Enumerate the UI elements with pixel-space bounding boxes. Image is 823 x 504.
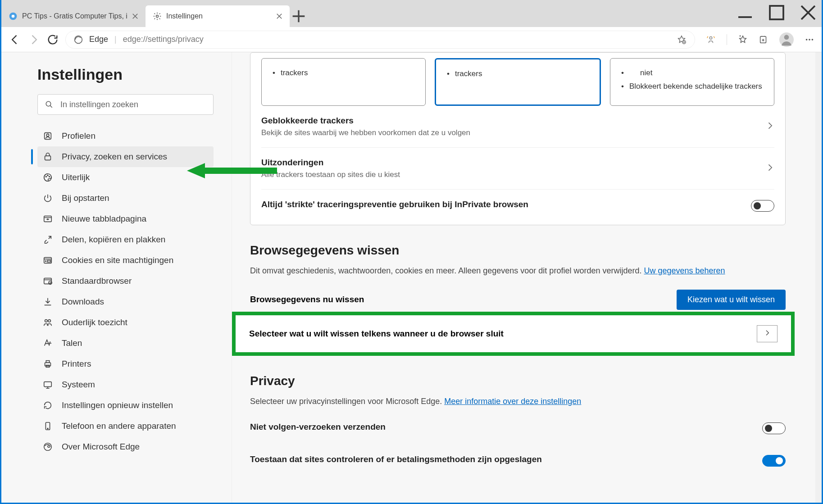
newtab-icon — [43, 214, 53, 224]
svg-point-8 — [784, 35, 789, 40]
chevron-right-icon — [765, 121, 774, 132]
url-bar[interactable]: Edge | edge://settings/privacy — [65, 31, 695, 49]
sidebar-item-label: Instellingen opnieuw instellen — [62, 400, 173, 410]
track-card-balanced[interactable]: trackers — [435, 58, 601, 106]
svg-rect-23 — [47, 260, 50, 262]
toggle-payment-check[interactable] — [762, 455, 786, 467]
clear-now-row: Browsegegevens nu wissen Kiezen wat u wi… — [250, 290, 786, 310]
row-title: Altijd 'strikte' traceringspreventie geb… — [261, 200, 751, 209]
tracking-cards: trackers trackers niet Blokkeert bekende… — [261, 58, 774, 106]
separator: | — [114, 35, 117, 44]
row-title: Geblokkeerde trackers — [261, 116, 765, 126]
new-tab-button[interactable] — [290, 5, 308, 27]
close-window-button[interactable] — [799, 4, 817, 23]
clear-data-heading: Browsegegevens wissen — [250, 243, 786, 258]
svg-point-27 — [48, 320, 51, 322]
sidebar-item-label: Uiterlijk — [62, 173, 90, 182]
sidebar-item-privacy[interactable]: Privacy, zoeken en services — [37, 146, 214, 167]
titlebar: PC Tips - Gratis Computer Tips, i Instel… — [1, 0, 822, 27]
close-icon[interactable] — [132, 13, 138, 19]
sidebar-item-phone[interactable]: Telefoon en andere apparaten — [37, 416, 214, 436]
sidebar-item-reset[interactable]: Instellingen opnieuw instellen — [37, 395, 214, 416]
toggle-dnt[interactable] — [762, 422, 786, 434]
settings-search[interactable]: In instellingen zoeken — [37, 94, 214, 115]
sidebar-item-printers[interactable]: Printers — [37, 354, 214, 374]
tab-pctips[interactable]: PC Tips - Gratis Computer Tips, i — [1, 5, 146, 27]
collections-icon[interactable] — [759, 35, 768, 45]
svg-point-9 — [806, 39, 808, 41]
appearance-icon — [43, 173, 53, 182]
svg-point-14 — [46, 134, 49, 136]
clear-data-desc: Dit omvat geschiedenis, wachtwoorden, co… — [250, 265, 786, 277]
sidebar-item-label: Cookies en site machtigingen — [62, 255, 173, 265]
svg-point-10 — [809, 39, 810, 41]
manage-data-link[interactable]: Uw gegevens beheren — [644, 266, 725, 275]
svg-point-22 — [45, 261, 46, 262]
svg-point-19 — [49, 176, 50, 177]
add-favorite-icon[interactable] — [677, 35, 687, 45]
addressbar: Edge | edge://settings/privacy — [1, 27, 822, 52]
sidebar-item-cookies[interactable]: Cookies en site machtigingen — [37, 250, 214, 271]
chevron-right-icon[interactable] — [757, 325, 778, 342]
lock-icon — [43, 152, 53, 162]
sidebar-item-label: Ouderlijk toezicht — [62, 318, 127, 327]
sidebar-item-appearance[interactable]: Uiterlijk — [37, 167, 214, 188]
chevron-right-icon — [765, 163, 774, 174]
scrollbar-thumb[interactable] — [815, 142, 822, 313]
payment-check-row: Toestaan dat sites controleren of er bet… — [250, 445, 786, 477]
share-icon — [43, 235, 53, 245]
more-menu-button[interactable] — [805, 35, 814, 45]
back-button[interactable] — [9, 33, 21, 46]
sidebar-item-profiles[interactable]: Profielen — [37, 126, 214, 146]
sidebar-item-label: Downloads — [62, 297, 104, 307]
system-icon — [43, 380, 53, 390]
divider — [727, 34, 727, 45]
privacy-heading: Privacy — [250, 374, 786, 388]
track-card-basic[interactable]: trackers — [261, 58, 426, 106]
sidebar-item-label: Standaardbrowser — [62, 276, 132, 286]
extension-icon[interactable] — [706, 35, 716, 45]
sidebar-item-label: Profielen — [62, 131, 95, 141]
row-title: Toestaan dat sites controleren of er bet… — [250, 454, 762, 464]
download-icon — [43, 297, 53, 307]
sidebar-item-startup[interactable]: Bij opstarten — [37, 188, 214, 209]
card-line: trackers — [455, 68, 482, 79]
sidebar-item-about[interactable]: Over Microsoft Edge — [37, 436, 214, 457]
sidebar-item-system[interactable]: Systeem — [37, 374, 214, 395]
privacy-desc-text: Selecteer uw privacyinstellingen voor Mi… — [250, 397, 444, 406]
sidebar-item-family[interactable]: Ouderlijk toezicht — [37, 312, 214, 333]
row-title: Uitzonderingen — [261, 158, 765, 168]
track-card-strict[interactable]: niet Blokkeert bekende schadelijke track… — [610, 58, 774, 106]
maximize-button[interactable] — [768, 4, 786, 23]
sidebar-item-newtab[interactable]: Nieuwe tabbladpagina — [37, 209, 214, 229]
svg-rect-15 — [45, 156, 51, 160]
printers-icon — [43, 359, 53, 369]
svg-point-12 — [46, 101, 51, 106]
toggle-strict-inprivate[interactable] — [751, 200, 774, 212]
favorites-icon[interactable] — [738, 35, 748, 45]
card-line: trackers — [281, 68, 308, 78]
sidebar-item-share[interactable]: Delen, kopiëren en plakken — [37, 229, 214, 250]
close-icon[interactable] — [276, 13, 282, 19]
tracking-prevention-box: trackers trackers niet Blokkeert bekende… — [250, 52, 786, 225]
clear-now-label: Browsegegevens nu wissen — [250, 295, 364, 304]
sidebar-item-label: Bij opstarten — [62, 193, 109, 203]
forward-button[interactable] — [27, 33, 40, 46]
refresh-button[interactable] — [46, 33, 59, 46]
svg-rect-29 — [46, 361, 49, 363]
profile-avatar[interactable] — [779, 32, 794, 47]
clear-on-close-row[interactable]: Selecteer wat u wilt wissen telkens wann… — [232, 312, 795, 356]
minimize-button[interactable] — [736, 4, 754, 23]
exceptions-row[interactable]: Uitzonderingen Alle trackers toestaan op… — [261, 147, 774, 189]
sidebar-item-default-browser[interactable]: Standaardbrowser — [37, 271, 214, 291]
sidebar-item-downloads[interactable]: Downloads — [37, 291, 214, 312]
phone-icon — [43, 421, 53, 431]
privacy-more-link[interactable]: Meer informatie over deze instellingen — [444, 397, 581, 406]
tab-settings[interactable]: Instellingen — [146, 5, 290, 27]
reset-icon — [43, 400, 53, 410]
settings-main: trackers trackers niet Blokkeert bekende… — [232, 52, 822, 503]
sidebar-item-languages[interactable]: Talen — [37, 333, 214, 354]
sidebar-item-label: Over Microsoft Edge — [62, 442, 140, 452]
choose-clear-button[interactable]: Kiezen wat u wilt wissen — [677, 290, 786, 310]
blocked-trackers-row[interactable]: Geblokkeerde trackers Bekijk de sites wa… — [261, 106, 774, 147]
